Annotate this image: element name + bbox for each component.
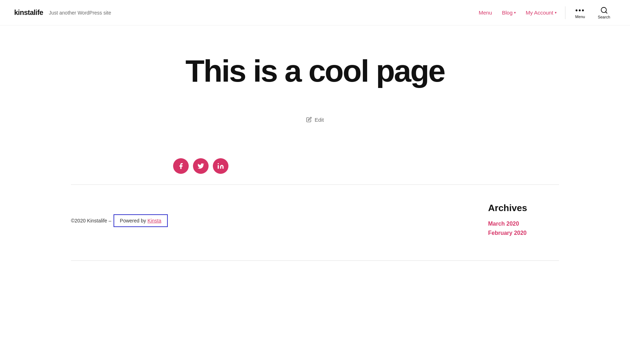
svg-line-1 (606, 12, 607, 13)
archive-february-2020[interactable]: February 2020 (488, 230, 559, 236)
kinsta-link[interactable]: Kinsta (148, 218, 161, 224)
search-label: Search (598, 15, 610, 19)
powered-by-box: Powered by Kinsta (114, 214, 168, 227)
twitter-icon (197, 162, 204, 170)
archive-march-2020[interactable]: March 2020 (488, 221, 559, 227)
header-nav: Menu Blog ▾ My Account ▾ ••• Menu Search (475, 4, 616, 22)
nav-menu-label: Menu (479, 10, 492, 16)
social-icons (173, 158, 457, 174)
edit-label: Edit (315, 117, 324, 123)
nav-blog-label: Blog (502, 10, 513, 16)
search-button[interactable]: Search (592, 4, 616, 22)
svg-point-3 (218, 163, 219, 164)
facebook-icon (177, 162, 184, 170)
header-divider (565, 6, 565, 19)
footer-divider-bottom (71, 260, 559, 261)
archives-section: Archives March 2020 February 2020 (488, 203, 559, 239)
edit-link[interactable]: Edit (306, 117, 324, 123)
footer-copyright: ©2020 Kinstalife – Powered by Kinsta (71, 203, 168, 239)
site-footer: ©2020 Kinstalife – Powered by Kinsta Arc… (0, 195, 630, 253)
header-left: kinstalife Just another WordPress site (14, 9, 111, 17)
nav-menu[interactable]: Menu (475, 7, 497, 18)
footer-divider-top (71, 184, 559, 185)
blog-chevron-icon: ▾ (514, 11, 516, 15)
page-title: This is a cool page (186, 54, 444, 88)
svg-rect-2 (218, 165, 219, 169)
powered-by-text: Powered by (120, 218, 146, 224)
twitter-button[interactable] (193, 158, 209, 174)
dots-menu-label: Menu (575, 15, 585, 19)
site-title: kinstalife (14, 9, 43, 17)
linkedin-icon (217, 162, 224, 170)
edit-icon (306, 117, 312, 122)
site-tagline: Just another WordPress site (49, 10, 111, 16)
dots-menu-button[interactable]: ••• Menu (570, 4, 591, 22)
archives-title: Archives (488, 203, 559, 214)
my-account-chevron-icon: ▾ (555, 11, 557, 15)
social-section (102, 158, 528, 174)
nav-my-account[interactable]: My Account ▾ (521, 7, 561, 18)
copyright-text: ©2020 Kinstalife – (71, 218, 111, 224)
nav-blog[interactable]: Blog ▾ (498, 7, 520, 18)
linkedin-button[interactable] (213, 158, 228, 174)
ellipsis-icon: ••• (575, 7, 585, 14)
facebook-button[interactable] (173, 158, 189, 174)
site-header: kinstalife Just another WordPress site M… (0, 0, 630, 26)
search-icon (600, 6, 608, 14)
nav-my-account-label: My Account (526, 10, 553, 16)
main-content: This is a cool page Edit (0, 26, 630, 137)
